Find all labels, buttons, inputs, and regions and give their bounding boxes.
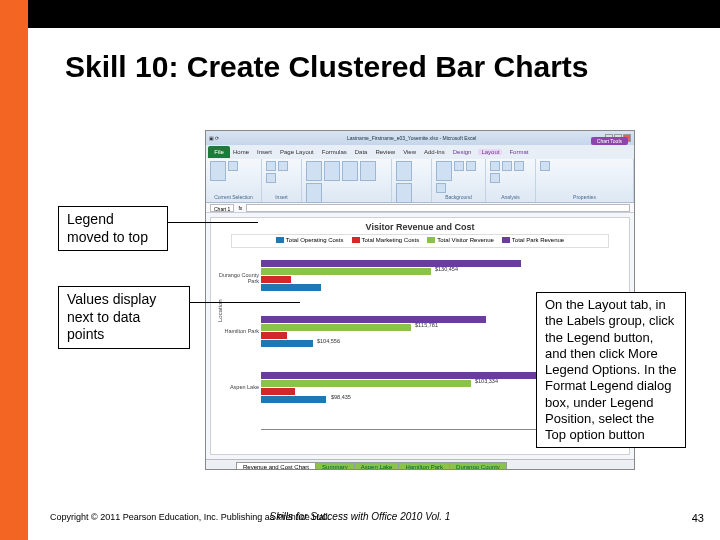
shapes-icon[interactable] — [278, 161, 288, 171]
data-table-icon[interactable] — [306, 183, 322, 203]
top-black-bar — [28, 0, 720, 28]
data-label: $104,556 — [317, 338, 340, 344]
tab-layout[interactable]: Layout — [478, 149, 502, 155]
gridlines-icon[interactable] — [396, 183, 412, 203]
axis-titles-icon[interactable] — [324, 161, 340, 181]
data-label: $103,334 — [475, 378, 498, 384]
chart-tools-label: Chart Tools — [591, 137, 628, 145]
bar — [261, 380, 471, 387]
data-label: $98,435 — [331, 394, 351, 400]
chart-wall-icon[interactable] — [454, 161, 464, 171]
legend-icon[interactable] — [342, 161, 358, 181]
data-label: $130,454 — [435, 266, 458, 272]
reset-icon[interactable] — [228, 161, 238, 171]
accent-bar — [0, 0, 28, 540]
tab-view[interactable]: View — [402, 149, 417, 155]
tab-review[interactable]: Review — [374, 149, 396, 155]
file-tab[interactable]: File — [208, 146, 230, 158]
callout-instructions: On the Layout tab, in the Labels group, … — [536, 292, 686, 448]
tab-home[interactable]: Home — [232, 149, 250, 155]
sheet-tab-4[interactable]: Durango County — [449, 462, 507, 470]
callout-values-display: Values display next to data points — [58, 286, 190, 349]
textbox-icon[interactable] — [266, 173, 276, 183]
window-title: Lastname_Firstname_e03_Yosemite.xlsx - M… — [219, 135, 604, 141]
callout-line — [190, 302, 300, 303]
name-box[interactable]: Chart 1 — [210, 204, 234, 212]
tab-addins[interactable]: Add-Ins — [423, 149, 446, 155]
chart-title: Visitor Revenue and Cost — [211, 218, 629, 234]
tab-formulas[interactable]: Formulas — [321, 149, 348, 155]
trendline-icon[interactable] — [490, 161, 500, 171]
slide-title: Skill 10: Create Clustered Bar Charts — [65, 50, 589, 84]
bar — [261, 268, 431, 275]
data-label: $115,781 — [415, 322, 438, 328]
bar — [261, 276, 291, 283]
bar — [261, 324, 411, 331]
cat-label-0: Durango County Park — [213, 272, 259, 284]
tab-pagelayout[interactable]: Page Layout — [279, 149, 315, 155]
plot-area-icon[interactable] — [436, 161, 452, 181]
bar — [261, 316, 486, 323]
cat-label-2: Aspen Lake — [213, 384, 259, 390]
sheet-tab-0[interactable]: Revenue and Cost Chart — [236, 462, 316, 470]
axes-icon[interactable] — [396, 161, 412, 181]
bar — [261, 372, 551, 379]
page-number: 43 — [692, 512, 704, 524]
data-labels-icon[interactable] — [360, 161, 376, 181]
chart-name-icon[interactable] — [540, 161, 550, 171]
ribbon-tabs: File Home Insert Page Layout Formulas Da… — [206, 145, 634, 159]
bar — [261, 332, 287, 339]
bar — [261, 284, 321, 291]
bar — [261, 340, 313, 347]
error-bars-icon[interactable] — [490, 173, 500, 183]
chart-legend: Total Operating Costs Total Marketing Co… — [231, 234, 609, 248]
chart-title-icon[interactable] — [306, 161, 322, 181]
lines-icon[interactable] — [502, 161, 512, 171]
rotation-icon[interactable] — [436, 183, 446, 193]
bar — [261, 396, 326, 403]
picture-icon[interactable] — [266, 161, 276, 171]
chart-floor-icon[interactable] — [466, 161, 476, 171]
tab-data[interactable]: Data — [354, 149, 369, 155]
formula-bar: Chart 1 fx — [206, 203, 634, 213]
format-selection-icon[interactable] — [210, 161, 226, 181]
window-titlebar: ▣ ⟳ Lastname_Firstname_e03_Yosemite.xlsx… — [206, 131, 634, 145]
updown-bars-icon[interactable] — [514, 161, 524, 171]
formula-input[interactable] — [246, 204, 630, 212]
bar — [261, 260, 521, 267]
bar — [261, 388, 295, 395]
tab-design[interactable]: Design — [452, 149, 473, 155]
tab-format[interactable]: Format — [508, 149, 529, 155]
callout-line — [168, 222, 258, 223]
sheet-tabs: Revenue and Cost Chart Summary Aspen Lak… — [206, 459, 634, 470]
callout-legend-moved: Legend moved to top — [58, 206, 168, 251]
sheet-tab-2[interactable]: Aspen Lake — [354, 462, 400, 470]
sheet-tab-3[interactable]: Hamilton Park — [398, 462, 450, 470]
ribbon: Current Selection Insert Labels Axes Bac… — [206, 159, 634, 203]
qat: ▣ ⟳ — [209, 135, 219, 141]
cat-label-1: Hamilton Park — [213, 328, 259, 334]
sheet-tab-1[interactable]: Summary — [315, 462, 355, 470]
tab-insert[interactable]: Insert — [256, 149, 273, 155]
slide: Skill 10: Create Clustered Bar Charts ▣ … — [0, 0, 720, 540]
footer-book: Skills for Success with Office 2010 Vol.… — [0, 511, 720, 522]
